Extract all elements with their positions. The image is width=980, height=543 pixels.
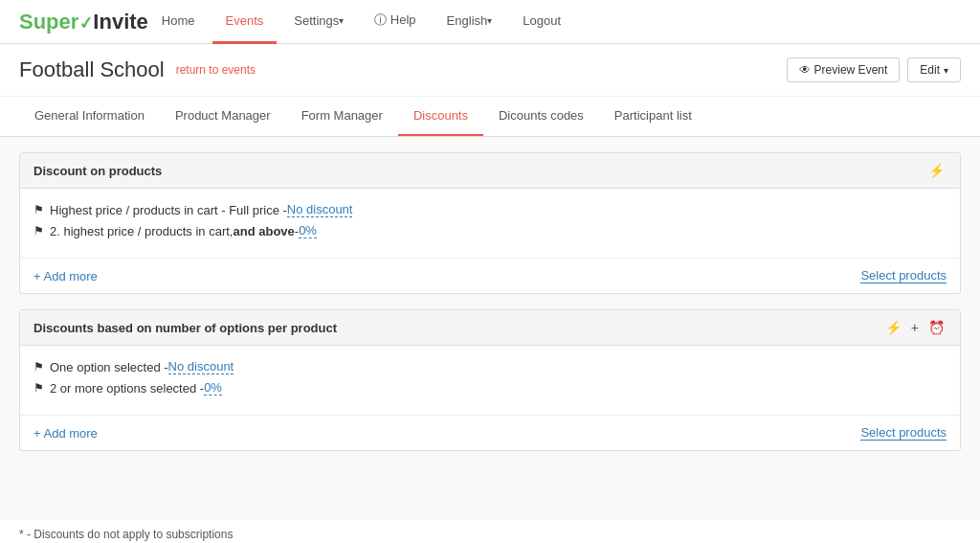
options-row2-link[interactable]: 0% — [204, 380, 222, 396]
logo-checkmark: ✓ — [78, 13, 95, 32]
row2-text1: 2. highest price / products in cart, — [50, 224, 233, 238]
card-body-discount-products: ⚑ Highest price / products in cart - Ful… — [20, 189, 960, 258]
options-row1-link[interactable]: No discount — [168, 359, 234, 374]
lightning-icon-btn-2[interactable]: ⚡ — [883, 320, 903, 335]
card-header-discount-products: Discount on products ⚡ — [20, 153, 960, 189]
row2-link[interactable]: 0% — [299, 223, 317, 238]
logo-invite: Invite — [93, 10, 147, 34]
navbar: Super✓Invite Home Events Settings ⓘ Help… — [0, 0, 980, 44]
flag-icon-2: ⚑ — [33, 224, 44, 238]
page-header: Football School return to events 👁 Previ… — [0, 44, 980, 97]
options-row-2: ⚑ 2 or more options selected - 0% — [33, 380, 947, 396]
card-footer-2: + Add more Select products — [20, 415, 960, 450]
nav-logout[interactable]: Logout — [509, 0, 574, 44]
card-body-discount-options: ⚑ One option selected - No discount ⚑ 2 … — [20, 346, 960, 415]
select-products-link-2[interactable]: Select products — [860, 425, 947, 441]
tab-discounts-codes[interactable]: Dicounts codes — [483, 97, 599, 136]
discount-options-card: Discounts based on number of options per… — [19, 309, 961, 451]
content-area: Discount on products ⚡ ⚑ Highest price /… — [0, 137, 980, 520]
footnote: * - Discounts do not apply to subscripti… — [0, 520, 980, 543]
options-row1-text: One option selected - — [50, 360, 168, 374]
add-more-link-2[interactable]: + Add more — [33, 426, 98, 441]
card-header-discount-options: Discounts based on number of options per… — [20, 310, 960, 346]
tab-general-information[interactable]: General Information — [19, 97, 160, 136]
options-row-1: ⚑ One option selected - No discount — [33, 359, 947, 374]
page-title: Football School — [19, 57, 165, 82]
tab-discounts[interactable]: Discounts — [398, 97, 483, 136]
tab-product-manager[interactable]: Product Manager — [160, 97, 286, 136]
row2-bold: and above — [233, 224, 294, 238]
logo: Super✓Invite — [19, 11, 148, 33]
header-actions: 👁 Preview Event Edit — [787, 57, 961, 82]
nav-settings[interactable]: Settings — [280, 0, 357, 44]
nav-links: Home Events Settings ⓘ Help English Logo… — [148, 0, 574, 44]
flag-icon-1: ⚑ — [33, 203, 44, 216]
options-row2-text: 2 or more options selected - — [50, 381, 204, 396]
discount-row-2: ⚑ 2. highest price / products in cart, a… — [33, 223, 947, 238]
clock-icon-btn[interactable]: ⏰ — [926, 320, 947, 335]
card-header-icons-2: ⚡ + ⏰ — [883, 320, 947, 335]
nav-home[interactable]: Home — [148, 0, 209, 44]
nav-language[interactable]: English — [434, 0, 506, 44]
select-products-link-1[interactable]: Select products — [860, 268, 947, 283]
tabs-bar: General Information Product Manager Form… — [0, 97, 980, 137]
flag-icon-4: ⚑ — [33, 381, 44, 395]
logo-super: Super — [19, 10, 78, 34]
nav-events[interactable]: Events — [212, 0, 278, 44]
preview-event-button[interactable]: 👁 Preview Event — [787, 57, 901, 82]
tab-form-manager[interactable]: Form Manager — [286, 97, 398, 136]
card-footer-1: + Add more Select products — [20, 258, 960, 293]
edit-button[interactable]: Edit — [907, 57, 961, 82]
card-header-icons: ⚡ — [926, 163, 947, 178]
card-title-discount-options: Discounts based on number of options per… — [33, 321, 337, 335]
lightning-icon-btn[interactable]: ⚡ — [926, 163, 947, 178]
add-more-link-1[interactable]: + Add more — [33, 269, 98, 283]
tab-participant-list[interactable]: Participant list — [599, 97, 707, 136]
row1-text: Highest price / products in cart - Full … — [50, 203, 287, 217]
eye-icon: 👁 — [799, 63, 811, 77]
discount-row-1: ⚑ Highest price / products in cart - Ful… — [33, 202, 947, 217]
row1-link[interactable]: No discount — [287, 202, 353, 217]
discount-products-card: Discount on products ⚡ ⚑ Highest price /… — [19, 152, 961, 294]
flag-icon-3: ⚑ — [33, 360, 44, 373]
plus-icon-btn[interactable]: + — [909, 320, 921, 335]
return-to-events-link[interactable]: return to events — [176, 63, 256, 77]
nav-help-icon[interactable]: ⓘ Help — [361, 0, 429, 44]
card-title-discount-products: Discount on products — [33, 164, 162, 178]
